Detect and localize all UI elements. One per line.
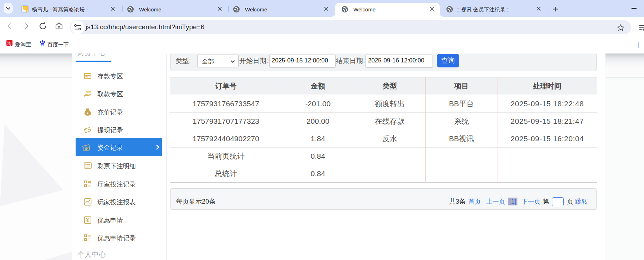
- svg-text:¥: ¥: [87, 111, 89, 115]
- svg-text:$: $: [86, 147, 87, 150]
- svg-text:du: du: [41, 43, 44, 45]
